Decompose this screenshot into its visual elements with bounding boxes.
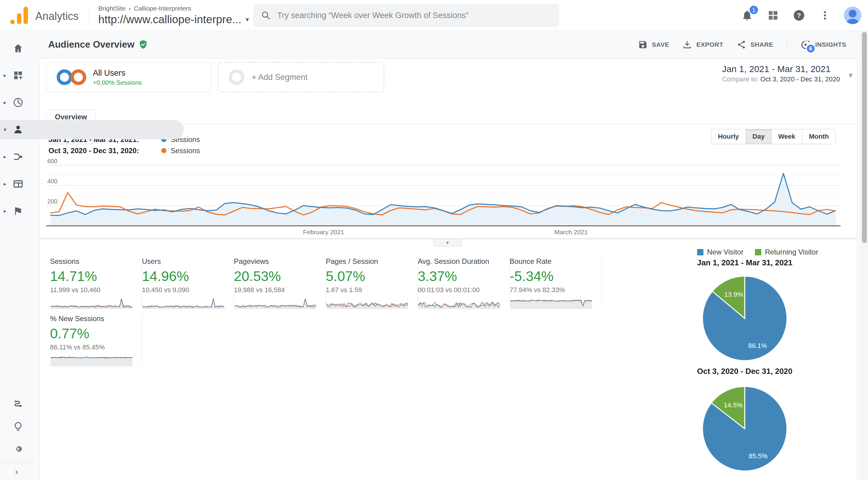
save-icon [638, 40, 648, 50]
scrollbar-thumb[interactable] [862, 32, 867, 243]
sidebar-item-home[interactable] [0, 38, 33, 58]
visitors-pie-compare: 85.5%14.5% [700, 384, 790, 474]
svg-text:February 2021: February 2021 [303, 229, 344, 236]
verified-shield-icon [138, 40, 148, 50]
svg-text:March 2021: March 2021 [554, 229, 588, 236]
insights-button[interactable]: 6 INSIGHTS [800, 39, 846, 50]
pie-title-compare: Oct 3, 2020 - Dec 31, 2020 [660, 367, 829, 376]
sidebar-item-admin[interactable] [0, 441, 33, 457]
sidebar-item-attribution[interactable] [0, 396, 33, 413]
scorecard-bounce-rate[interactable]: Bounce Rate -5.34% 77.94% vs 82.33% [510, 257, 601, 307]
sidebar-item-realtime[interactable]: ▸ [0, 93, 33, 112]
share-button[interactable]: SHARE [737, 40, 773, 50]
date-range-selector[interactable]: Jan 1, 2021 - Mar 31, 2021 Compare to: O… [722, 64, 840, 83]
scorecard-compare-values: 11,999 vs 10,460 [50, 286, 133, 294]
acquisition-icon [12, 151, 24, 163]
sparkline-chart [50, 354, 133, 367]
expand-right-icon[interactable]: ▸ [4, 208, 6, 214]
breadcrumb: BrightSite › Calliope-Interpreters [98, 5, 249, 12]
date-range-caret-icon[interactable]: ▾ [849, 70, 852, 80]
scorecard-delta-value: 14.96% [142, 268, 224, 284]
notifications-count-badge: 1 [749, 5, 759, 15]
granularity-month[interactable]: Month [802, 129, 835, 144]
add-segment-button[interactable]: + Add Segment [218, 62, 384, 92]
breadcrumb-property[interactable]: Calliope-Interpreters [134, 5, 191, 12]
visitor-type-legend: New VisitorReturning Visitor [697, 248, 818, 256]
scorecard-compare-values: 00:01:03 vs 00:01:00 [418, 286, 500, 294]
expand-right-icon[interactable]: ▸ [4, 72, 6, 79]
sidebar-item-behavior[interactable]: ▸ [0, 174, 33, 193]
apps-grid-icon[interactable] [766, 8, 780, 22]
notifications-bell-icon[interactable]: 1 [740, 8, 754, 22]
left-nav: ▸ ▸ ▾ ▸ ▸ [0, 31, 33, 480]
sidebar-item-discover[interactable] [0, 418, 33, 435]
export-button[interactable]: EXPORT [682, 40, 723, 50]
analytics-app: Analytics BrightSite › Calliope-Interpre… [0, 0, 868, 480]
sidebar-item-acquisition[interactable]: ▸ [0, 147, 33, 167]
search-input[interactable] [277, 11, 551, 20]
share-icon [737, 40, 746, 50]
sidebar-item-audience[interactable]: ▾ [0, 120, 184, 139]
expand-right-icon[interactable]: ▸ [4, 181, 6, 187]
segment-ring-icon [229, 69, 244, 85]
conversions-icon [12, 205, 24, 217]
search-bar[interactable] [253, 4, 559, 27]
sidebar-item-conversions[interactable]: ▸ [0, 202, 33, 221]
expand-right-icon[interactable]: ▸ [4, 153, 6, 160]
expand-right-icon[interactable]: ▸ [4, 99, 6, 106]
segment-subtitle: +0.00% Sessions [93, 79, 142, 86]
save-button[interactable]: SAVE [638, 40, 670, 50]
scorecard-pages-session[interactable]: Pages / Session 5.07% 1.67 vs 1.59 [326, 257, 418, 307]
segment-all-users[interactable]: All Users +0.00% Sessions [46, 62, 211, 92]
pie-slice-label: 14.5% [724, 401, 743, 409]
svg-text:600: 600 [47, 158, 57, 164]
breadcrumb-account[interactable]: BrightSite [98, 5, 126, 12]
compare-label: Compare to: [722, 76, 758, 83]
compare-value: Oct 3, 2020 - Dec 31, 2020 [761, 76, 840, 83]
report-header: Audience Overview SAVE EXPORT SHARE 6 [33, 31, 857, 59]
svg-text:200: 200 [47, 198, 57, 205]
granularity-day[interactable]: Day [746, 129, 771, 144]
account-avatar[interactable] [844, 7, 861, 24]
sparkline-chart [142, 297, 225, 310]
realtime-icon [12, 96, 24, 109]
export-download-icon [682, 40, 692, 50]
scorecard-label: % New Sessions [50, 314, 133, 323]
home-icon [12, 42, 24, 54]
vertical-scrollbar[interactable] [861, 31, 868, 480]
attribution-icon [12, 398, 24, 410]
scorecard-compare-values: 77.94% vs 82.33% [510, 286, 592, 294]
scorecard-sessions[interactable]: Sessions 14.71% 11,999 vs 10,460 [50, 257, 142, 307]
account-selector[interactable]: BrightSite › Calliope-Interpreters http:… [98, 5, 249, 26]
pie-slice-label: 85.5% [749, 452, 767, 460]
sessions-line-chart: 200400600February 2021March 2021 [46, 156, 845, 237]
scorecard-users[interactable]: Users 14.96% 10,450 vs 9,090 [142, 257, 234, 307]
insights-icon: 6 [800, 39, 811, 50]
scorecard-label: Users [142, 257, 224, 266]
expand-down-icon[interactable]: ▾ [4, 126, 6, 133]
segment-title: All Users [93, 68, 142, 78]
scorecard-label: Sessions [50, 257, 133, 266]
analytics-logo-icon [10, 7, 28, 24]
scorecard-compare-values: 10,450 vs 9,090 [142, 286, 224, 294]
sidebar-item-customization[interactable]: ▸ [0, 66, 33, 85]
sparkline-chart [234, 297, 317, 310]
scorecard-compare-values: 1.67 vs 1.59 [326, 286, 408, 294]
scorecard-delta-value: 14.71% [50, 268, 133, 284]
scorecard--new-sessions[interactable]: % New Sessions 0.77% 86.11% vs 85.45% [50, 314, 142, 364]
granularity-hourly[interactable]: Hourly [711, 129, 746, 144]
more-vertical-icon[interactable] [818, 8, 832, 22]
sidebar-collapse-chevron[interactable]: › [0, 463, 33, 480]
chart-expander-button[interactable]: ▾ [433, 239, 462, 246]
scorecard-delta-value: 20.53% [234, 268, 316, 284]
scorecard-compare-values: 19,988 vs 16,584 [234, 286, 316, 294]
chevron-down-icon[interactable]: ▾ [246, 16, 249, 24]
granularity-week[interactable]: Week [771, 129, 802, 144]
visitors-pie-current: 86.1%13.9% [700, 273, 790, 364]
view-selector-label[interactable]: http://www.calliope-interpre... [98, 13, 241, 26]
report-toolbar: SAVE EXPORT SHARE 6 INSIGHTS [638, 37, 846, 52]
scorecard-avg-session-duration[interactable]: Avg. Session Duration 3.37% 00:01:03 vs … [418, 257, 510, 307]
scorecard-pageviews[interactable]: Pageviews 20.53% 19,988 vs 16,584 [234, 257, 326, 307]
help-icon[interactable]: ? [792, 8, 806, 22]
granularity-toggle: HourlyDayWeekMonth [711, 129, 836, 144]
